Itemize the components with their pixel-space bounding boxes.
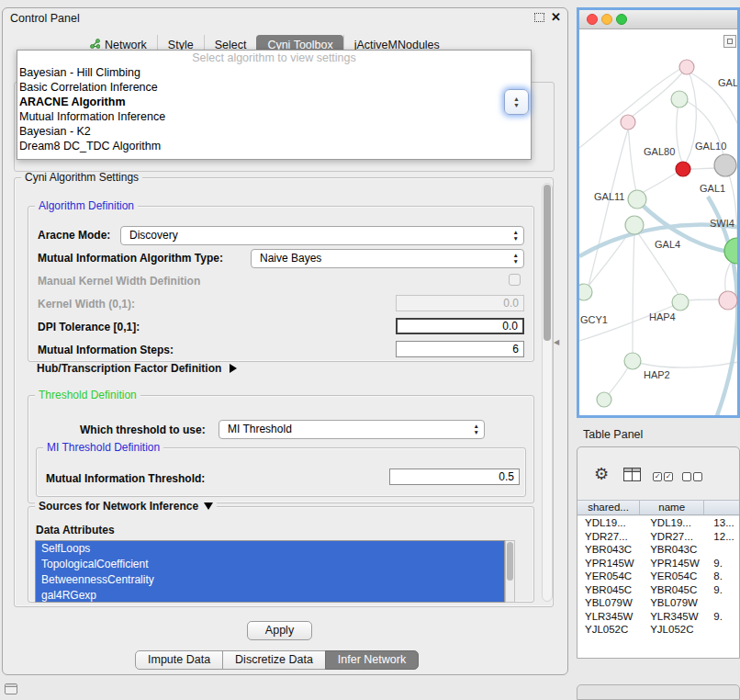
node-label-hap2: HAP2 [644, 369, 670, 380]
network-canvas[interactable]: GALGAL80GAL10GAL11GAL1SWI4GAL4GCY1HAP4YH… [579, 10, 740, 418]
manual-kernel-width-checkbox[interactable] [509, 274, 521, 286]
node-label-gal80: GAL80 [644, 146, 675, 157]
network-node-hap2[interactable] [624, 353, 641, 369]
scrollbar-thumb[interactable] [507, 542, 513, 581]
sources-title-label: Sources for Network Inference [39, 500, 198, 513]
algorithm-option-bayesian-hill-climbing[interactable]: Bayesian - Hill Climbing [17, 65, 531, 80]
table-row[interactable]: YPR145WYPR145W9. [577, 557, 739, 570]
dpi-tolerance-label: DPI Tolerance [0,1]: [38, 321, 140, 333]
cell: YBR045C [643, 583, 710, 597]
network-node-gal10[interactable] [714, 154, 736, 176]
table-row[interactable]: YBR043CYBR043C [577, 543, 739, 557]
tab-infer-network[interactable]: Infer Network [325, 650, 419, 670]
scrollbar-thumb[interactable] [544, 185, 551, 341]
network-view-window[interactable]: GALGAL80GAL10GAL11GAL1SWI4GAL4GCY1HAP4YH… [577, 7, 740, 418]
algorithm-combo-stepper[interactable]: ▲▼ [504, 89, 529, 115]
table-row[interactable]: YLR345WYLR345W9. [577, 610, 739, 624]
control-panel-title: Control Panel [10, 12, 80, 25]
mi-threshold-field[interactable]: 0.5 [389, 469, 520, 485]
close-traffic-light[interactable] [587, 14, 598, 25]
network-node-gcy1[interactable] [579, 284, 592, 300]
table-row[interactable]: YDL19...YDL19...13... [577, 516, 739, 530]
network-node[interactable] [672, 294, 689, 310]
network-edges [579, 67, 740, 394]
mi-threshold-definition-title: MI Threshold Definition [43, 441, 163, 454]
cell: 9. [710, 583, 739, 597]
sources-group: Sources for Network Inference Data Attri… [28, 506, 534, 603]
which-threshold-label: Which threshold to use: [80, 423, 206, 436]
cell [710, 543, 739, 557]
attribute-item-gal4rgexp[interactable]: gal4RGexp [36, 588, 504, 603]
deselect-all-icon[interactable] [682, 472, 702, 481]
gear-icon[interactable]: ⚙ [594, 464, 609, 484]
mi-steps-label: Mutual Information Steps: [38, 344, 174, 356]
aracne-mode-select[interactable]: Discovery ▲▼ [120, 226, 524, 245]
settings-scrollbar[interactable] [542, 183, 553, 602]
cell: YPR145W [643, 557, 710, 570]
network-node-gal4[interactable] [625, 216, 644, 234]
kernel-width-field[interactable]: 0.0 [396, 295, 524, 311]
algorithm-option-mutual-information-inference[interactable]: Mutual Information Inference [17, 109, 531, 124]
network-window-titlebar[interactable] [579, 10, 737, 29]
network-node-gal80[interactable] [621, 115, 635, 130]
column-header-col3[interactable] [704, 501, 739, 514]
select-all-icon[interactable]: ✓✓ [653, 472, 673, 481]
birdseye-view-icon[interactable] [723, 35, 736, 48]
cell: YDL19... [577, 516, 643, 530]
threshold-definition-title: Threshold Definition [35, 389, 140, 401]
network-node[interactable] [671, 91, 688, 107]
node-label-gcy1: GCY1 [580, 314, 608, 325]
column-header-name[interactable]: name [640, 501, 704, 514]
column-browser-icon[interactable] [623, 468, 641, 481]
network-node[interactable] [676, 162, 690, 176]
table-row[interactable]: YDR27...YDR27...12... [577, 530, 739, 544]
dpi-tolerance-field[interactable]: 0.0 [396, 318, 524, 334]
cell: 8. [710, 570, 739, 583]
aracne-mode-value: Discovery [129, 227, 178, 244]
cell: YDL19... [643, 516, 710, 530]
panel-dock-icon[interactable] [5, 683, 17, 694]
table-row[interactable]: YER054CYER054C8. [577, 570, 739, 583]
algorithm-definition-title: Algorithm Definition [35, 199, 138, 212]
network-node[interactable] [597, 392, 611, 407]
close-icon[interactable]: ✕ [551, 10, 561, 24]
network-node[interactable] [679, 60, 694, 74]
tab-discretize-data[interactable]: Discretize Data [222, 650, 326, 670]
table-row[interactable]: YJL052CYJL052C [577, 623, 739, 637]
attribute-item-betweennesscentrality[interactable]: BetweennessCentrality [36, 572, 504, 588]
apply-button[interactable]: Apply [247, 621, 312, 640]
highlighted-edges [579, 197, 740, 418]
cell: YBR043C [643, 543, 710, 557]
which-threshold-select[interactable]: MI Threshold ▲▼ [219, 420, 485, 439]
cell: YJL052C [643, 623, 710, 637]
column-header-shared[interactable]: shared... [577, 501, 640, 514]
algorithm-option-aracne-algorithm[interactable]: ARACNE Algorithm [17, 95, 531, 109]
cell: 9. [710, 610, 739, 624]
mi-threshold-definition-group: MI Threshold Definition Mutual Informati… [36, 447, 526, 497]
table-row[interactable]: YBR045CYBR045C9. [577, 583, 739, 597]
mi-threshold-label: Mutual Information Threshold: [46, 472, 205, 485]
tab-impute-data[interactable]: Impute Data [135, 650, 223, 670]
node-label-gal4: GAL4 [655, 239, 680, 250]
minimize-traffic-light[interactable] [601, 14, 612, 25]
network-node-gal11[interactable] [628, 190, 646, 209]
mi-algorithm-type-select[interactable]: Naive Bayes ▲▼ [251, 249, 524, 268]
data-attributes-label: Data Attributes [36, 524, 115, 536]
float-window-icon[interactable] [534, 13, 544, 22]
splitter-collapse-icon[interactable]: ◀ [554, 338, 559, 346]
cell: 9. [710, 557, 739, 570]
attribute-item-selfloops[interactable]: SelfLoops [36, 541, 504, 557]
table-row[interactable]: YBL079WYBL079W [577, 596, 739, 610]
zoom-traffic-light[interactable] [616, 14, 627, 25]
algorithm-option-dream8-dc-tdc-algorithm[interactable]: Dream8 DC_TDC Algorithm [17, 139, 531, 153]
hub-transcription-factor-section[interactable]: Hub/Transcription Factor Definition [37, 362, 237, 375]
algorithm-option-basic-correlation-inference[interactable]: Basic Correlation Inference [17, 80, 531, 95]
attributes-list-scrollbar[interactable] [505, 540, 515, 603]
algorithm-option-bayesian-k2[interactable]: Bayesian - K2 [17, 124, 531, 139]
network-node-hap4[interactable] [719, 291, 737, 310]
sources-group-title[interactable]: Sources for Network Inference [35, 500, 217, 513]
attribute-item-topologicalcoefficient[interactable]: TopologicalCoefficient [36, 557, 504, 572]
collapsed-panel-strip[interactable] [577, 684, 740, 700]
cell: YPR145W [577, 557, 643, 570]
mi-steps-field[interactable]: 6 [396, 341, 524, 357]
